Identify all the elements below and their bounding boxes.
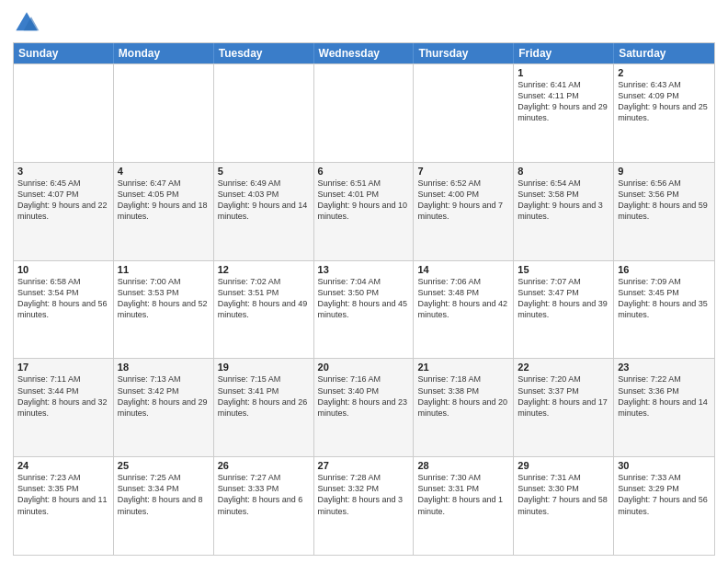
calendar-cell: 21Sunrise: 7:18 AMSunset: 3:38 PMDayligh…: [414, 359, 514, 456]
day-number: 1: [518, 67, 609, 78]
day-info: Sunrise: 7:09 AMSunset: 3:45 PMDaylight:…: [618, 276, 711, 321]
day-number: 17: [17, 362, 109, 373]
calendar-cell: [414, 64, 514, 162]
weekday-header-thursday: Thursday: [414, 43, 514, 63]
calendar-cell: 18Sunrise: 7:13 AMSunset: 3:42 PMDayligh…: [114, 359, 214, 456]
calendar-cell: 28Sunrise: 7:30 AMSunset: 3:31 PMDayligh…: [414, 457, 514, 555]
day-info: Sunrise: 7:25 AMSunset: 3:34 PMDaylight:…: [118, 472, 210, 517]
calendar-cell: 20Sunrise: 7:16 AMSunset: 3:40 PMDayligh…: [314, 359, 415, 456]
day-number: 29: [518, 460, 609, 471]
weekday-header-monday: Monday: [114, 43, 214, 63]
day-number: 19: [218, 362, 310, 373]
day-info: Sunrise: 7:07 AMSunset: 3:47 PMDaylight:…: [518, 276, 609, 321]
day-info: Sunrise: 7:11 AMSunset: 3:44 PMDaylight:…: [17, 373, 109, 419]
day-info: Sunrise: 7:22 AMSunset: 3:36 PMDaylight:…: [618, 373, 711, 419]
calendar-cell: 24Sunrise: 7:23 AMSunset: 3:35 PMDayligh…: [14, 457, 114, 555]
day-info: Sunrise: 6:43 AMSunset: 4:09 PMDaylight:…: [618, 79, 711, 124]
day-info: Sunrise: 6:56 AMSunset: 3:56 PMDaylight:…: [618, 178, 711, 223]
day-number: 22: [518, 362, 609, 373]
day-number: 6: [318, 166, 410, 177]
day-number: 26: [218, 460, 310, 471]
calendar-cell: 9Sunrise: 6:56 AMSunset: 3:56 PMDaylight…: [614, 163, 714, 260]
weekday-header-tuesday: Tuesday: [214, 43, 314, 63]
calendar-cell: [14, 64, 114, 162]
calendar-cell: 27Sunrise: 7:28 AMSunset: 3:32 PMDayligh…: [314, 457, 415, 555]
calendar-cell: 23Sunrise: 7:22 AMSunset: 3:36 PMDayligh…: [614, 359, 714, 456]
day-number: 7: [417, 166, 509, 177]
calendar-cell: 6Sunrise: 6:51 AMSunset: 4:01 PMDaylight…: [314, 163, 415, 260]
day-number: 9: [618, 166, 711, 177]
day-info: Sunrise: 7:23 AMSunset: 3:35 PMDaylight:…: [17, 472, 109, 517]
day-number: 18: [118, 362, 210, 373]
day-info: Sunrise: 7:00 AMSunset: 3:53 PMDaylight:…: [118, 276, 210, 321]
calendar-cell: 10Sunrise: 6:58 AMSunset: 3:54 PMDayligh…: [14, 261, 114, 359]
calendar-cell: 14Sunrise: 7:06 AMSunset: 3:48 PMDayligh…: [414, 261, 514, 359]
day-number: 30: [618, 460, 711, 471]
calendar-row-2: 10Sunrise: 6:58 AMSunset: 3:54 PMDayligh…: [14, 260, 714, 359]
day-info: Sunrise: 7:18 AMSunset: 3:38 PMDaylight:…: [417, 373, 509, 419]
logo-icon: [13, 9, 40, 37]
day-info: Sunrise: 6:58 AMSunset: 3:54 PMDaylight:…: [17, 276, 109, 321]
calendar-cell: 15Sunrise: 7:07 AMSunset: 3:47 PMDayligh…: [514, 261, 614, 359]
day-info: Sunrise: 7:30 AMSunset: 3:31 PMDaylight:…: [417, 472, 509, 517]
day-number: 10: [17, 264, 109, 275]
calendar-cell: [214, 64, 314, 162]
day-info: Sunrise: 6:49 AMSunset: 4:03 PMDaylight:…: [218, 178, 310, 223]
calendar-cell: 2Sunrise: 6:43 AMSunset: 4:09 PMDaylight…: [614, 64, 714, 162]
day-number: 28: [417, 460, 509, 471]
calendar-row-1: 3Sunrise: 6:45 AMSunset: 4:07 PMDaylight…: [14, 162, 714, 260]
day-info: Sunrise: 6:51 AMSunset: 4:01 PMDaylight:…: [318, 178, 410, 223]
day-number: 15: [518, 264, 609, 275]
day-number: 5: [218, 166, 310, 177]
day-info: Sunrise: 6:52 AMSunset: 4:00 PMDaylight:…: [417, 178, 509, 223]
calendar-cell: 13Sunrise: 7:04 AMSunset: 3:50 PMDayligh…: [314, 261, 415, 359]
day-info: Sunrise: 7:27 AMSunset: 3:33 PMDaylight:…: [218, 472, 310, 517]
calendar-cell: 29Sunrise: 7:31 AMSunset: 3:30 PMDayligh…: [514, 457, 614, 555]
day-number: 11: [118, 264, 210, 275]
day-info: Sunrise: 6:47 AMSunset: 4:05 PMDaylight:…: [118, 178, 210, 223]
day-info: Sunrise: 6:54 AMSunset: 3:58 PMDaylight:…: [518, 178, 609, 223]
calendar-cell: 12Sunrise: 7:02 AMSunset: 3:51 PMDayligh…: [214, 261, 314, 359]
day-number: 14: [417, 264, 509, 275]
day-number: 24: [17, 460, 109, 471]
day-info: Sunrise: 7:28 AMSunset: 3:32 PMDaylight:…: [318, 472, 410, 517]
day-info: Sunrise: 7:06 AMSunset: 3:48 PMDaylight:…: [417, 276, 509, 321]
calendar: SundayMondayTuesdayWednesdayThursdayFrid…: [13, 42, 715, 556]
day-info: Sunrise: 7:31 AMSunset: 3:30 PMDaylight:…: [518, 472, 609, 517]
day-info: Sunrise: 7:16 AMSunset: 3:40 PMDaylight:…: [318, 373, 410, 419]
day-number: 3: [17, 166, 109, 177]
day-number: 12: [218, 264, 310, 275]
calendar-cell: 17Sunrise: 7:11 AMSunset: 3:44 PMDayligh…: [14, 359, 114, 456]
calendar-cell: 26Sunrise: 7:27 AMSunset: 3:33 PMDayligh…: [214, 457, 314, 555]
page-header: [13, 9, 715, 37]
day-info: Sunrise: 7:20 AMSunset: 3:37 PMDaylight:…: [518, 373, 609, 419]
day-number: 20: [318, 362, 410, 373]
calendar-row-0: 1Sunrise: 6:41 AMSunset: 4:11 PMDaylight…: [14, 63, 714, 162]
calendar-cell: 11Sunrise: 7:00 AMSunset: 3:53 PMDayligh…: [114, 261, 214, 359]
calendar-cell: 30Sunrise: 7:33 AMSunset: 3:29 PMDayligh…: [614, 457, 714, 555]
weekday-header-wednesday: Wednesday: [314, 43, 415, 63]
calendar-cell: 25Sunrise: 7:25 AMSunset: 3:34 PMDayligh…: [114, 457, 214, 555]
calendar-body: 1Sunrise: 6:41 AMSunset: 4:11 PMDaylight…: [14, 63, 714, 555]
calendar-cell: [314, 64, 415, 162]
day-number: 2: [618, 67, 711, 78]
day-info: Sunrise: 6:45 AMSunset: 4:07 PMDaylight:…: [17, 178, 109, 223]
weekday-header-sunday: Sunday: [14, 43, 114, 63]
weekday-header-saturday: Saturday: [614, 43, 714, 63]
logo: [13, 9, 44, 37]
calendar-cell: 16Sunrise: 7:09 AMSunset: 3:45 PMDayligh…: [614, 261, 714, 359]
day-number: 23: [618, 362, 711, 373]
calendar-cell: 8Sunrise: 6:54 AMSunset: 3:58 PMDaylight…: [514, 163, 614, 260]
calendar-row-4: 24Sunrise: 7:23 AMSunset: 3:35 PMDayligh…: [14, 456, 714, 555]
day-info: Sunrise: 7:33 AMSunset: 3:29 PMDaylight:…: [618, 472, 711, 517]
weekday-header-friday: Friday: [514, 43, 614, 63]
calendar-cell: 4Sunrise: 6:47 AMSunset: 4:05 PMDaylight…: [114, 163, 214, 260]
calendar-cell: 3Sunrise: 6:45 AMSunset: 4:07 PMDaylight…: [14, 163, 114, 260]
day-number: 21: [417, 362, 509, 373]
calendar-header: SundayMondayTuesdayWednesdayThursdayFrid…: [14, 43, 714, 63]
day-number: 8: [518, 166, 609, 177]
calendar-row-3: 17Sunrise: 7:11 AMSunset: 3:44 PMDayligh…: [14, 358, 714, 456]
day-number: 13: [318, 264, 410, 275]
calendar-cell: 22Sunrise: 7:20 AMSunset: 3:37 PMDayligh…: [514, 359, 614, 456]
day-number: 27: [318, 460, 410, 471]
